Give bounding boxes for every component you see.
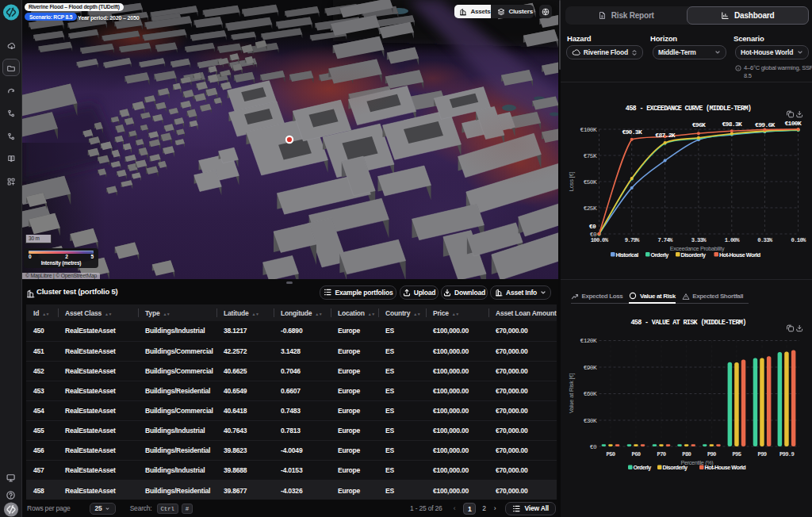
svg-text:Historical: Historical <box>616 251 639 258</box>
svg-text:€90K: €90K <box>584 365 597 371</box>
svg-text:P95: P95 <box>732 451 741 458</box>
svg-text:€87.2K: €87.2K <box>655 132 676 139</box>
svg-text:7.74%: 7.74% <box>658 237 673 243</box>
svg-text:P50: P50 <box>607 451 615 458</box>
svg-text:€30K: €30K <box>584 418 597 424</box>
svg-text:3.33%: 3.33% <box>691 237 707 243</box>
svg-text:Disorderly: Disorderly <box>663 464 688 471</box>
svg-text:P60: P60 <box>632 451 641 458</box>
svg-text:9.79%: 9.79% <box>625 237 640 243</box>
svg-text:Loss [€]: Loss [€] <box>568 172 575 192</box>
svg-text:Value at Risk [€]: Value at Risk [€] <box>568 373 575 414</box>
svg-text:Hot-House World: Hot-House World <box>719 251 760 258</box>
svg-text:100.0%: 100.0% <box>591 237 609 243</box>
svg-text:Orderly: Orderly <box>651 251 669 258</box>
svg-text:Hot-House World: Hot-House World <box>705 464 746 471</box>
svg-text:€25K: €25K <box>584 205 597 212</box>
svg-text:P99: P99 <box>758 451 767 458</box>
svg-text:0.10%: 0.10% <box>791 237 806 243</box>
svg-text:458 - EXCEEDANCE CURVE (MIDDLE: 458 - EXCEEDANCE CURVE (MIDDLE-TERM) <box>626 105 751 113</box>
svg-text:€0: €0 <box>590 444 597 450</box>
svg-text:€60K: €60K <box>584 391 597 397</box>
svg-text:Disorderly: Disorderly <box>681 251 707 258</box>
svg-text:€0: €0 <box>589 223 596 230</box>
svg-text:Orderly: Orderly <box>634 464 652 471</box>
svg-text:€100K: €100K <box>784 120 801 127</box>
svg-text:458 - VALUE AT RISK (MIDDLE-TE: 458 - VALUE AT RISK (MIDDLE-TERM) <box>630 319 745 327</box>
svg-text:€50K: €50K <box>584 179 597 186</box>
svg-text:P90: P90 <box>707 451 716 458</box>
svg-text:P99.9: P99.9 <box>779 451 794 458</box>
svg-text:€98.3K: €98.3K <box>722 121 742 128</box>
svg-text:P70: P70 <box>657 451 666 458</box>
svg-text:P80: P80 <box>682 451 691 458</box>
svg-text:€99.6K: €99.6K <box>755 121 776 128</box>
svg-text:€96K: €96K <box>692 121 706 128</box>
svg-text:€120K: €120K <box>580 338 597 344</box>
svg-text:€100K: €100K <box>580 127 597 133</box>
svg-text:1.00%: 1.00% <box>725 237 740 243</box>
svg-text:€75K: €75K <box>584 153 597 159</box>
svg-text:€90.3K: €90.3K <box>622 128 642 136</box>
svg-text:0.33%: 0.33% <box>757 237 772 243</box>
